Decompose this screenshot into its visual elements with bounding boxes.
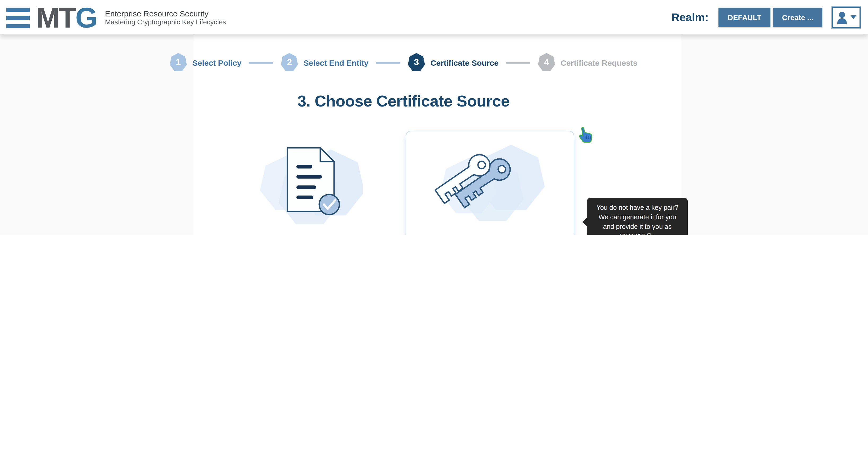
- realm-label: Realm:: [672, 11, 709, 24]
- page-body: 1 Select Policy 2 Select End Entity 3 Ce…: [0, 35, 868, 235]
- user-avatar-icon: [836, 11, 848, 24]
- logo-text-g: G: [75, 3, 96, 32]
- app-header: MT G Enterprise Resource Security Master…: [0, 0, 868, 35]
- stepper-step-2[interactable]: 2 Select End Entity: [281, 53, 408, 72]
- chevron-down-icon: [850, 15, 856, 19]
- card-pkcs10-csr[interactable]: From PKCS10 (CSR) request: [233, 131, 386, 235]
- step-label-4: Certificate Requests: [560, 58, 637, 67]
- step-connector: [506, 62, 530, 63]
- step-badge-2: 2: [281, 53, 298, 72]
- step-label-1: Select Policy: [192, 58, 241, 67]
- stepper-step-4: 4 Certificate Requests: [538, 53, 637, 72]
- stepper-step-1[interactable]: 1 Select Policy: [169, 53, 280, 72]
- page-title: 3. Choose Certificate Source: [193, 92, 614, 110]
- stepper-step-3: 3 Certificate Source: [408, 53, 538, 72]
- document-check-icon: [256, 141, 363, 235]
- app-root: MT G Enterprise Resource Security Master…: [0, 0, 868, 235]
- key-pair-icon: [432, 142, 548, 232]
- keypair-tooltip: You do not have a key pair? We can gener…: [587, 198, 688, 235]
- step-label-3: Certificate Source: [431, 58, 499, 67]
- step-connector: [249, 62, 273, 63]
- mtg-logo[interactable]: MT G: [36, 3, 96, 32]
- logo-text-mt: MT: [36, 3, 75, 32]
- wizard-stepper: 1 Select Policy 2 Select End Entity 3 Ce…: [193, 35, 614, 72]
- step-badge-4: 4: [538, 53, 555, 72]
- tagline-line1: Enterprise Resource Security: [105, 9, 226, 18]
- app-tagline: Enterprise Resource Security Mastering C…: [105, 9, 226, 26]
- user-menu-button[interactable]: [832, 7, 861, 28]
- certificate-source-options: From PKCS10 (CSR) request: [193, 131, 614, 235]
- hamburger-menu-icon[interactable]: [6, 7, 31, 28]
- step-badge-3: 3: [408, 53, 425, 72]
- tagline-line2: Mastering Cryptographic Key Lifecycles: [105, 18, 226, 26]
- realm-create-button[interactable]: Create ...: [773, 8, 823, 27]
- pointer-hand-cursor-icon: [578, 127, 594, 144]
- card-server-side-key-pair[interactable]: From server-side key pair: [406, 131, 574, 235]
- step-badge-1: 1: [169, 53, 187, 72]
- realm-default-button[interactable]: DEFAULT: [719, 8, 770, 27]
- step-label-2: Select End Entity: [304, 58, 369, 67]
- step-connector: [376, 62, 400, 63]
